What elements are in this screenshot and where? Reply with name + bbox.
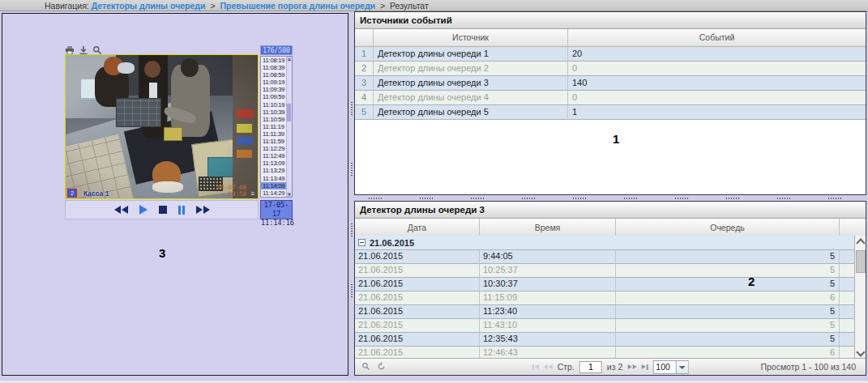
sources-panel: Источники событий Источник Событий 1 Дет… bbox=[354, 11, 866, 195]
clock-display: 17-05-17 11:14:16 bbox=[260, 200, 293, 219]
app-window: Навигация: Детекторы длины очереди > Пре… bbox=[0, 0, 868, 383]
search-icon[interactable] bbox=[361, 362, 370, 372]
camera-number-badge: 2 bbox=[67, 189, 77, 198]
source-name: Детектор длины очереди 3 bbox=[374, 76, 568, 90]
detail-row[interactable]: 21.06.2015 11:23:40 5 bbox=[355, 305, 854, 319]
group-label: 21.06.2015 bbox=[370, 238, 414, 248]
source-row[interactable]: 3 Детектор длины очереди 3 140 bbox=[355, 76, 866, 91]
sources-panel-title: Источники событий bbox=[355, 12, 866, 29]
chevron-down-icon[interactable] bbox=[675, 361, 687, 373]
breadcrumb: Навигация: Детекторы длины очереди > Пре… bbox=[0, 0, 868, 11]
scrollbar-thumb[interactable] bbox=[287, 104, 291, 121]
breadcrumb-separator: > bbox=[378, 1, 387, 11]
page-size-value: 100 bbox=[653, 361, 675, 373]
scrollbar-thumb[interactable] bbox=[856, 250, 866, 273]
source-row[interactable]: 1 Детектор длины очереди 1 20 bbox=[355, 47, 866, 62]
source-name: Детектор длины очереди 1 bbox=[374, 47, 568, 61]
events-count: 20 bbox=[568, 47, 866, 61]
clock-date: 17-05-17 bbox=[261, 201, 292, 219]
timestamp-scrollbar[interactable] bbox=[286, 57, 292, 197]
page-of-label: из 2 bbox=[607, 362, 622, 372]
detail-table-header: Дата Время Очередь bbox=[355, 219, 866, 237]
detail-scrollbar[interactable] bbox=[854, 236, 866, 360]
playback-bar bbox=[65, 200, 259, 219]
detail-row[interactable]: 21.06.2015 11:43:10 5 bbox=[355, 319, 854, 333]
source-name: Детектор длины очереди 5 bbox=[374, 105, 568, 119]
events-count: 140 bbox=[568, 76, 866, 90]
source-row[interactable]: 4 Детектор длины очереди 4 0 bbox=[355, 91, 866, 105]
rewind-button[interactable] bbox=[114, 206, 128, 214]
scroll-down-icon[interactable] bbox=[287, 192, 291, 197]
date-group-row[interactable]: 21.06.2015 bbox=[355, 236, 854, 250]
clock-time: 11:14:16 bbox=[261, 219, 292, 228]
detail-rows: 21.06.2015 21.06.2015 9:44:05 5 21.06.20… bbox=[355, 236, 854, 360]
collapse-icon[interactable] bbox=[358, 239, 366, 246]
scroll-up-icon[interactable] bbox=[856, 238, 865, 247]
date-column-header[interactable]: Дата bbox=[355, 219, 480, 236]
scroll-up-icon[interactable] bbox=[287, 57, 291, 62]
last-page-button[interactable] bbox=[641, 364, 648, 370]
breadcrumb-label: Навигация: bbox=[45, 1, 89, 11]
breadcrumb-link-threshold[interactable]: Превышение порога длины очереди bbox=[220, 1, 375, 11]
events-column-header[interactable]: Событий bbox=[568, 29, 866, 46]
video-panel: 176/500 bbox=[2, 13, 348, 376]
refresh-icon[interactable] bbox=[377, 362, 386, 372]
breadcrumb-current: Результат bbox=[390, 1, 429, 11]
next-page-button[interactable] bbox=[627, 364, 636, 369]
breadcrumb-separator: > bbox=[207, 1, 217, 11]
detail-row[interactable]: 21.06.2015 9:44:05 5 bbox=[355, 250, 854, 264]
row-number-header bbox=[355, 29, 374, 46]
sources-table-header: Источник Событий bbox=[355, 29, 866, 47]
pager-bar: Стр. из 2 100 Просмотр 1 - 100 из 140 bbox=[355, 358, 866, 375]
events-count: 0 bbox=[568, 91, 866, 104]
fast-forward-button[interactable] bbox=[196, 206, 210, 214]
detail-panel: Детектор длины очереди 3 Дата Время Очер… bbox=[354, 201, 866, 376]
events-count: 0 bbox=[568, 62, 866, 75]
scroll-down-icon[interactable] bbox=[856, 347, 865, 356]
source-row[interactable]: 5 Детектор длины очереди 5 1 bbox=[355, 105, 866, 120]
video-frame[interactable]: 2 Касса 1 09-07-08 13:58 ≡ bbox=[65, 54, 259, 199]
stop-button[interactable] bbox=[159, 206, 167, 214]
annotation-3: 3 bbox=[159, 246, 165, 260]
detail-row[interactable]: 21.06.2015 10:30:37 5 bbox=[355, 278, 854, 292]
source-row[interactable]: 2 Детектор длины очереди 2 0 bbox=[355, 62, 866, 76]
first-page-button[interactable] bbox=[532, 364, 539, 370]
prev-page-button[interactable] bbox=[544, 364, 553, 369]
detail-row[interactable]: 21.06.2015 10:25:37 5 bbox=[355, 264, 854, 278]
play-button[interactable] bbox=[139, 205, 148, 215]
breadcrumb-link-detectors[interactable]: Детекторы длины очереди bbox=[92, 1, 206, 11]
pager-summary: Просмотр 1 - 100 из 140 bbox=[760, 359, 856, 375]
source-name: Детектор длины очереди 2 bbox=[374, 62, 568, 75]
detail-row[interactable]: 21.06.2015 11:15:09 6 bbox=[355, 292, 854, 305]
video-osd: 2 Касса 1 09-07-08 13:58 ≡ bbox=[66, 189, 258, 198]
page-input[interactable] bbox=[579, 361, 602, 373]
frame-counter: 176/500 bbox=[260, 45, 293, 55]
annotation-1: 1 bbox=[613, 132, 619, 146]
page-label: Стр. bbox=[558, 362, 575, 372]
events-count: 1 bbox=[568, 105, 866, 119]
queue-column-header[interactable]: Очередь bbox=[616, 219, 840, 236]
annotation-2: 2 bbox=[748, 274, 755, 288]
page-size-select[interactable]: 100 bbox=[652, 360, 688, 374]
osd-time: 13:58 bbox=[228, 191, 246, 198]
horizontal-splitter[interactable] bbox=[354, 195, 866, 201]
source-column-header[interactable]: Источник bbox=[374, 29, 568, 46]
pause-button[interactable] bbox=[178, 206, 185, 215]
detail-panel-title: Детектор длины очереди 3 bbox=[355, 202, 866, 219]
source-name: Детектор длины очереди 4 bbox=[374, 91, 568, 104]
timestamp-list: 11:08:19 11:08:39 11:08:59 11:09:19 11:0… bbox=[260, 56, 293, 198]
detail-row[interactable]: 21.06.2015 12:35:43 5 bbox=[355, 333, 854, 347]
cctv-scene bbox=[66, 55, 258, 198]
time-column-header[interactable]: Время bbox=[480, 219, 616, 236]
osd-menu-icon[interactable]: ≡ bbox=[249, 190, 257, 198]
camera-label: Касса 1 bbox=[83, 189, 109, 198]
